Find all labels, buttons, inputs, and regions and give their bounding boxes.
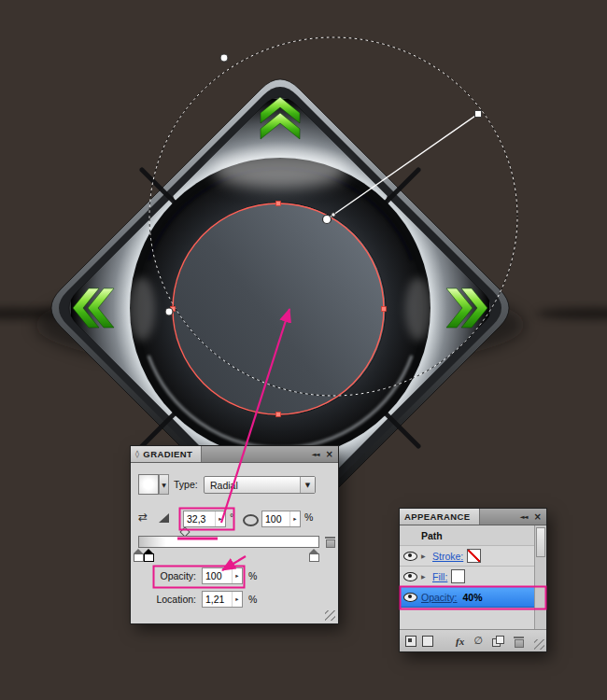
gradient-type-select[interactable]: Radial ▼ bbox=[204, 476, 316, 494]
appearance-panel-header: APPEARANCE ◄◄ × bbox=[400, 509, 546, 525]
appearance-row-fill[interactable]: ▶ Fill: bbox=[400, 567, 534, 587]
gradient-stop[interactable] bbox=[134, 549, 144, 561]
gradient-aspect-field[interactable]: 100 ▸ bbox=[261, 511, 301, 527]
spinner-arrow-icon[interactable]: ▸ bbox=[232, 592, 242, 607]
aspect-ratio-icon bbox=[243, 514, 259, 526]
gradient-stop-selected[interactable] bbox=[144, 549, 154, 561]
delete-item-icon[interactable] bbox=[514, 635, 524, 647]
panel-resize-grip[interactable] bbox=[534, 639, 544, 650]
spinner-arrow-icon[interactable]: ▸ bbox=[232, 568, 242, 583]
disclosure-arrow-icon[interactable]: ▶ bbox=[421, 553, 429, 559]
gradient-location-field[interactable]: 1,21 ▸ bbox=[202, 591, 243, 608]
gradient-panel-tab[interactable]: ◊ GRADIENT bbox=[131, 446, 202, 462]
disclosure-arrow-icon[interactable]: ▶ bbox=[421, 573, 429, 580]
right-glow bbox=[405, 277, 431, 341]
gradient-angle-field[interactable]: 32,3 ▸ bbox=[183, 511, 226, 527]
fill-white-swatch[interactable] bbox=[451, 569, 465, 583]
illustrator-canvas: ◊ GRADIENT ◄◄ × ▼ Type: Radial ▼ ⇄ 32,3 … bbox=[0, 0, 607, 700]
path-row-label: Path bbox=[421, 530, 443, 541]
stroke-link[interactable]: Stroke: bbox=[432, 551, 463, 562]
appearance-panel: APPEARANCE ◄◄ × Path ▶ Stroke: ▶ Fill: O… bbox=[400, 509, 546, 651]
gradient-panel: ◊ GRADIENT ◄◄ × ▼ Type: Radial ▼ ⇄ 32,3 … bbox=[131, 446, 338, 623]
gradient-aspect-value: 100 bbox=[262, 513, 289, 525]
annotator-end-handle[interactable] bbox=[475, 111, 482, 118]
gradient-slider-bar[interactable] bbox=[138, 536, 319, 548]
close-panel-icon[interactable]: × bbox=[326, 450, 333, 459]
visibility-eye-icon[interactable] bbox=[403, 552, 417, 561]
visibility-eye-icon[interactable] bbox=[403, 593, 417, 602]
duplicate-item-icon[interactable] bbox=[492, 636, 504, 647]
appearance-toolbar: fx ∅ bbox=[400, 629, 546, 651]
panel-resize-grip[interactable] bbox=[325, 610, 335, 621]
opacity-label: Opacity: bbox=[148, 570, 196, 581]
delete-stop-icon[interactable] bbox=[325, 535, 335, 547]
gradient-swatch-dropdown[interactable]: ▼ bbox=[159, 474, 169, 495]
angle-icon bbox=[159, 513, 169, 523]
dropdown-arrow-icon: ▼ bbox=[300, 477, 315, 493]
appearance-scrollbar[interactable] bbox=[534, 525, 546, 629]
stroke-none-swatch[interactable] bbox=[467, 549, 481, 563]
basic-appearance-icon[interactable] bbox=[422, 636, 433, 647]
left-glow bbox=[129, 277, 155, 341]
appearance-tab-label: APPEARANCE bbox=[404, 511, 471, 522]
collapse-panel-icon[interactable]: ◄◄ bbox=[520, 513, 528, 521]
degree-suffix: ° bbox=[230, 511, 233, 523]
gradient-origin-handle[interactable] bbox=[165, 308, 173, 315]
percent-suffix: % bbox=[248, 594, 257, 605]
gradient-stop[interactable] bbox=[309, 549, 319, 561]
type-label: Type: bbox=[174, 479, 198, 490]
spinner-arrow-icon[interactable]: ▸ bbox=[289, 511, 300, 526]
percent-suffix: % bbox=[304, 511, 313, 523]
appearance-row-opacity[interactable]: Opacity: 40% bbox=[400, 587, 534, 608]
gradient-type-value: Radial bbox=[205, 480, 300, 491]
collapse-panel-icon[interactable]: ◄◄ bbox=[312, 451, 319, 458]
new-art-basic-appearance-icon[interactable] bbox=[405, 636, 416, 647]
clear-appearance-icon[interactable]: ∅ bbox=[473, 635, 483, 647]
top-glow bbox=[213, 151, 347, 189]
appearance-row-path[interactable]: Path bbox=[400, 525, 534, 546]
gradient-panel-header: ◊ GRADIENT ◄◄ × bbox=[131, 446, 338, 463]
annotator-inner-handle[interactable] bbox=[332, 213, 335, 217]
gradient-opacity-field[interactable]: 100 ▸ bbox=[202, 567, 243, 584]
percent-suffix: % bbox=[248, 570, 257, 581]
close-panel-icon[interactable]: × bbox=[534, 512, 542, 522]
opacity-link[interactable]: Opacity: bbox=[421, 592, 458, 603]
visibility-eye-icon[interactable] bbox=[403, 572, 417, 581]
scrollbar-thumb[interactable] bbox=[536, 527, 545, 557]
location-label: Location: bbox=[144, 594, 196, 605]
spinner-arrow-icon[interactable]: ▸ bbox=[215, 511, 225, 526]
gradient-tab-label: GRADIENT bbox=[143, 449, 192, 459]
gradient-location-value: 1,21 bbox=[203, 594, 232, 605]
annotator-center-handle[interactable] bbox=[323, 216, 332, 224]
ellipse-handle[interactable] bbox=[220, 54, 228, 62]
gradient-angle-value: 32,3 bbox=[184, 513, 215, 525]
fill-link[interactable]: Fill: bbox=[432, 571, 447, 582]
reverse-gradient-button[interactable]: ⇄ bbox=[138, 511, 148, 523]
tab-bullet-icon: ◊ bbox=[135, 450, 139, 458]
gradient-swatch-thumbnail[interactable] bbox=[138, 474, 159, 495]
appearance-panel-tab[interactable]: APPEARANCE bbox=[400, 509, 480, 525]
opacity-value: 40% bbox=[463, 592, 483, 603]
appearance-row-stroke[interactable]: ▶ Stroke: bbox=[400, 546, 534, 567]
add-effect-fx-button[interactable]: fx bbox=[456, 636, 464, 647]
dropdown-arrow-icon: ▼ bbox=[162, 482, 166, 488]
gradient-opacity-value: 100 bbox=[203, 570, 232, 581]
